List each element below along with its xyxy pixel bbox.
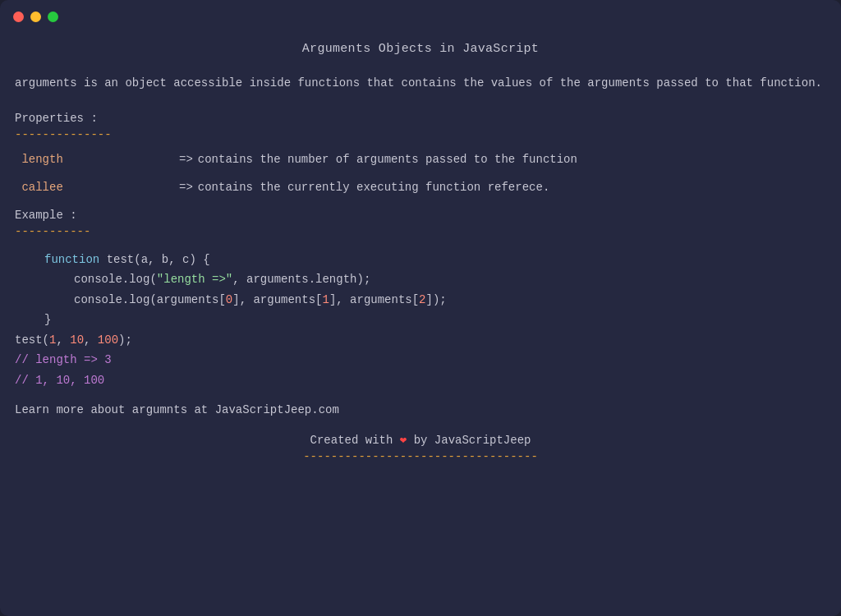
code-line-4: } — [15, 310, 826, 330]
test-call-post: ); — [118, 333, 132, 347]
created-line: Created with ❤️ by JavaScriptJeep — [15, 433, 826, 447]
string-length: "length =>" — [157, 273, 232, 286]
app-window: Arguments Objects in JavaScript argument… — [0, 0, 841, 616]
code-line-1: function test(a, b, c) { — [15, 250, 826, 270]
arrow-callee: => — [179, 181, 193, 194]
page-title: Arguments Objects in JavaScript — [15, 42, 826, 56]
prop-desc-callee: contains the currently executing functio… — [198, 181, 549, 194]
maximize-button[interactable] — [48, 11, 58, 22]
heart-icon: ❤️ — [400, 434, 414, 447]
console-log-2-mid2: ], arguments[ — [329, 293, 419, 306]
created-divider: ---------------------------------- — [15, 450, 826, 463]
prop-name-callee: callee — [15, 181, 179, 194]
sep2: , — [84, 333, 98, 347]
code-line-6: // length => 3 — [15, 350, 826, 370]
property-callee: callee => contains the currently executi… — [15, 181, 826, 194]
main-content: Arguments Objects in JavaScript argument… — [0, 34, 841, 616]
description-text: arguments is an object accessible inside… — [15, 74, 826, 94]
example-label: Example : — [15, 209, 826, 222]
fn-name: test(a, b, c) { — [107, 253, 210, 266]
console-log-2-pre: console.log(arguments[ — [74, 293, 226, 306]
close-button[interactable] — [13, 11, 24, 22]
traffic-lights — [13, 11, 58, 22]
created-with-text: Created with — [310, 434, 393, 447]
by-text: by JavaScriptJeep — [414, 434, 531, 447]
console-log-2-post: ]); — [426, 293, 447, 306]
num-0: 0 — [226, 293, 232, 306]
code-block: function test(a, b, c) { console.log("le… — [15, 250, 826, 391]
code-line-7: // 1, 10, 100 — [15, 370, 826, 391]
example-divider: ----------- — [15, 225, 826, 238]
keyword-function: function — [44, 253, 107, 266]
code-line-2: console.log("length =>", arguments.lengt… — [15, 269, 826, 290]
num-1: 1 — [322, 293, 329, 306]
sep1: , — [56, 333, 70, 347]
properties-divider: -------------- — [15, 128, 826, 141]
footer-text: Learn more about argumnts at JavaScriptJ… — [15, 403, 826, 416]
arg-3: 100 — [98, 333, 118, 347]
arrow-length: => — [179, 153, 193, 166]
code-line-5: test(1, 10, 100); — [15, 330, 826, 351]
title-bar — [0, 0, 841, 34]
properties-label: Properties : — [15, 112, 826, 125]
num-2: 2 — [419, 293, 425, 306]
console-log-1-post: , arguments.length); — [232, 273, 370, 286]
comment-values: // 1, 10, 100 — [15, 374, 104, 387]
test-call-pre: test( — [15, 333, 49, 347]
prop-desc-length: contains the number of arguments passed … — [198, 153, 577, 166]
console-log-2-mid1: ], arguments[ — [232, 293, 322, 306]
closing-brace: } — [44, 313, 51, 326]
created-section: Created with ❤️ by JavaScriptJeep ------… — [15, 433, 826, 463]
arg-2: 10 — [70, 333, 84, 347]
code-line-3: console.log(arguments[0], arguments[1], … — [15, 290, 826, 310]
property-length: length => contains the number of argumen… — [15, 153, 826, 166]
prop-name-length: length — [15, 153, 179, 166]
comment-length: // length => 3 — [15, 353, 112, 366]
console-log-1: console.log( — [74, 273, 157, 286]
minimize-button[interactable] — [30, 11, 41, 22]
